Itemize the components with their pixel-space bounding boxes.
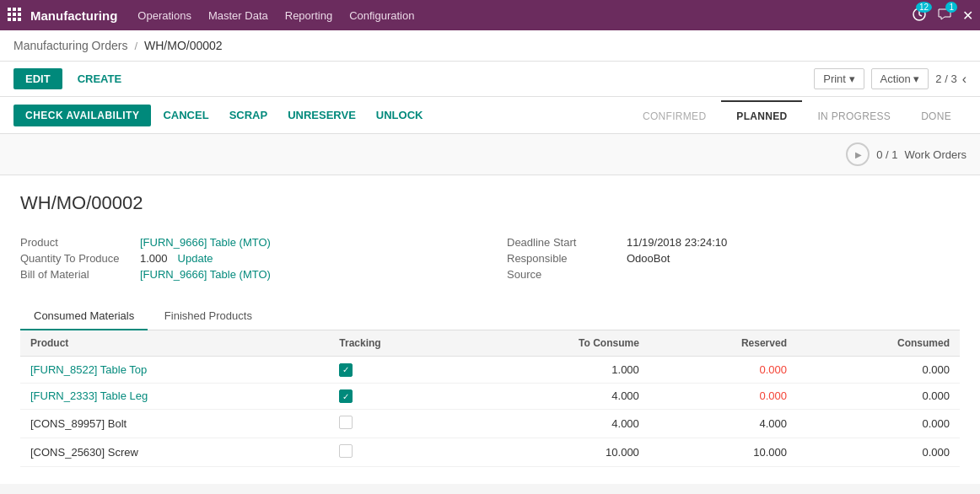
stage-confirmed[interactable]: CONFIRMED	[627, 100, 721, 131]
tracking-checkbox-unchecked[interactable]	[339, 444, 353, 458]
col-header-tracking: Tracking	[329, 330, 468, 357]
cell-product: [CONS_89957] Bolt	[20, 410, 329, 438]
breadcrumb-separator: /	[134, 40, 137, 52]
nav-items: Operations Master Data Reporting Configu…	[137, 9, 912, 22]
svg-rect-1	[13, 8, 16, 11]
bill-field-row: Bill of Material [FURN_9666] Table (MTO)	[20, 266, 473, 282]
close-icon[interactable]: ✕	[962, 8, 973, 24]
table-row: [FURN_8522] Table Top✓1.0000.0000.000	[20, 357, 960, 384]
cell-consumed: 0.000	[797, 357, 960, 384]
scrap-button[interactable]: SCRAP	[221, 104, 277, 126]
cell-tracking[interactable]: ✓	[329, 383, 468, 410]
status-stages: CONFIRMED PLANNED IN PROGRESS DONE	[627, 100, 967, 131]
grid-icon[interactable]	[7, 7, 22, 24]
edit-button[interactable]: EDIT	[13, 68, 62, 89]
responsible-value: OdooBot	[627, 252, 670, 265]
stage-done[interactable]: DONE	[906, 100, 967, 131]
work-orders-label: Work Orders	[905, 148, 967, 161]
tracking-checkbox-unchecked[interactable]	[339, 416, 353, 429]
breadcrumb: Manufacturing Orders / WH/MO/00002	[0, 30, 980, 62]
svg-rect-2	[18, 8, 21, 11]
prev-record-button[interactable]: ‹	[962, 72, 967, 87]
play-icon[interactable]	[846, 142, 870, 166]
main-content: WH/MO/00002 Product [FURN_9666] Table (M…	[0, 175, 980, 484]
product-value[interactable]: [FURN_9666] Table (MTO)	[140, 236, 271, 249]
cell-product[interactable]: [FURN_2333] Table Leg	[20, 383, 329, 410]
cell-consumed: 0.000	[797, 438, 960, 467]
responsible-label: Responsible	[507, 252, 617, 265]
stage-planned[interactable]: PLANNED	[721, 100, 802, 131]
right-icons: 12 1 ✕	[912, 7, 973, 24]
responsible-field-row: Responsible OdooBot	[507, 250, 960, 266]
top-navigation: Manufacturing Operations Master Data Rep…	[0, 0, 980, 30]
col-header-reserved: Reserved	[649, 330, 797, 357]
work-orders-count: 0 / 1	[876, 148, 897, 161]
tracking-checkbox-checked[interactable]: ✓	[339, 389, 353, 403]
chat-icon[interactable]: 1	[937, 7, 952, 24]
bill-value[interactable]: [FURN_9666] Table (MTO)	[140, 268, 271, 281]
svg-rect-3	[8, 13, 11, 16]
col-header-consumed: Consumed	[797, 330, 960, 357]
cell-tracking[interactable]: ✓	[329, 357, 468, 384]
unlock-button[interactable]: UNLOCK	[368, 104, 432, 126]
cell-consumed: 0.000	[797, 383, 960, 410]
cell-tracking[interactable]	[329, 438, 468, 467]
tracking-checkbox-checked[interactable]: ✓	[339, 363, 353, 377]
cancel-button[interactable]: CANCEL	[154, 104, 217, 126]
clock-icon[interactable]: 12	[912, 7, 927, 24]
app-title: Manufacturing	[30, 8, 117, 23]
svg-rect-0	[8, 8, 11, 11]
col-header-product: Product	[20, 330, 329, 357]
clock-badge: 12	[916, 2, 932, 13]
status-bar: CHECK AVAILABILITY CANCEL SCRAP UNRESERV…	[0, 97, 980, 134]
nav-operations[interactable]: Operations	[137, 9, 191, 22]
action-bar: EDIT CREATE Print ▾ Action ▾ 2 / 3 ‹	[0, 62, 980, 97]
cell-to-consume: 4.000	[468, 410, 649, 438]
table-row: [FURN_2333] Table Leg✓4.0000.0000.000	[20, 383, 960, 410]
deadline-value: 11/19/2018 23:24:10	[627, 236, 727, 249]
check-availability-button[interactable]: CHECK AVAILABILITY	[13, 105, 151, 126]
cell-to-consume: 10.000	[468, 438, 649, 467]
nav-configuration[interactable]: Configuration	[349, 9, 414, 22]
right-fields: Deadline Start 11/19/2018 23:24:10 Respo…	[507, 234, 960, 282]
svg-line-11	[919, 14, 922, 16]
print-button[interactable]: Print ▾	[814, 68, 864, 89]
work-orders-banner: 0 / 1 Work Orders	[0, 134, 980, 175]
record-navigation: 2 / 3 ‹	[935, 72, 967, 87]
tab-consumed-materials[interactable]: Consumed Materials	[20, 303, 148, 330]
cell-to-consume: 1.000	[468, 357, 649, 384]
fields-grid: Product [FURN_9666] Table (MTO) Quantity…	[20, 234, 960, 282]
update-button[interactable]: Update	[178, 252, 213, 265]
source-field-row: Source	[507, 266, 960, 282]
tab-finished-products[interactable]: Finished Products	[151, 303, 266, 330]
nav-master-data[interactable]: Master Data	[208, 9, 268, 22]
cell-reserved: 10.000	[649, 438, 797, 467]
cell-consumed: 0.000	[797, 410, 960, 438]
unreserve-button[interactable]: UNRESERVE	[279, 104, 364, 126]
materials-table: Product Tracking To Consume Reserved Con…	[20, 330, 960, 467]
action-button[interactable]: Action ▾	[871, 68, 929, 89]
nav-reporting[interactable]: Reporting	[285, 9, 332, 22]
svg-rect-7	[13, 18, 16, 21]
deadline-label: Deadline Start	[507, 236, 617, 249]
cell-tracking[interactable]	[329, 410, 468, 438]
create-button[interactable]: CREATE	[69, 68, 130, 89]
quantity-label: Quantity To Produce	[20, 252, 130, 265]
cell-product[interactable]: [FURN_8522] Table Top	[20, 357, 329, 384]
left-fields: Product [FURN_9666] Table (MTO) Quantity…	[20, 234, 473, 282]
cell-to-consume: 4.000	[468, 383, 649, 410]
stage-in-progress[interactable]: IN PROGRESS	[802, 100, 906, 131]
quantity-field-row: Quantity To Produce 1.000 Update	[20, 250, 473, 266]
cell-product: [CONS_25630] Screw	[20, 438, 329, 467]
work-orders-badge[interactable]: 0 / 1 Work Orders	[846, 142, 967, 166]
deadline-field-row: Deadline Start 11/19/2018 23:24:10	[507, 234, 960, 250]
svg-rect-8	[18, 18, 21, 21]
svg-rect-5	[18, 13, 21, 16]
quantity-value: 1.000	[140, 252, 168, 265]
product-label: Product	[20, 236, 130, 249]
source-label: Source	[507, 268, 617, 281]
bill-label: Bill of Material	[20, 268, 130, 281]
cell-reserved: 0.000	[649, 383, 797, 410]
breadcrumb-parent[interactable]: Manufacturing Orders	[13, 39, 127, 52]
svg-rect-6	[8, 18, 11, 21]
